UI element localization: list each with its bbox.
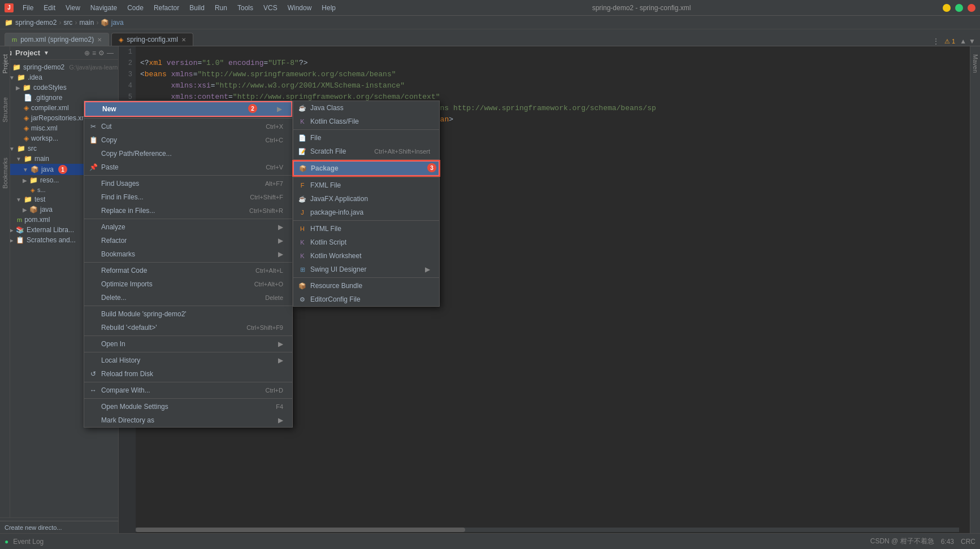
ctx-new[interactable]: New 2 ▶: [84, 101, 292, 117]
menu-edit[interactable]: Edit: [39, 3, 60, 13]
folder-src-icon: 📁: [17, 145, 25, 152]
submenu-resource-bundle[interactable]: 📦 Resource Bundle: [293, 279, 439, 293]
close-button[interactable]: [968, 4, 975, 12]
ctx-reformat-shortcut: Ctrl+Alt+L: [255, 267, 283, 274]
submenu-file[interactable]: 📄 File: [293, 131, 439, 145]
file-gitignore-icon: 📄: [24, 94, 32, 102]
tree-root[interactable]: ▼ 📁 spring-demo2 G:\java\java-learning\s…: [0, 62, 118, 72]
tab-xml[interactable]: ◈ spring-config.xml ✕: [111, 33, 193, 46]
tree-codestyles-label: codeStyles: [33, 84, 67, 91]
create-dir-label[interactable]: Create new directo...: [5, 524, 62, 531]
breadcrumb-spring-demo2[interactable]: spring-demo2: [15, 19, 57, 27]
maven-tab[interactable]: Maven: [971, 51, 980, 76]
ctx-delete[interactable]: Delete... Delete: [84, 291, 292, 304]
minimize-button[interactable]: [943, 4, 951, 12]
menu-refactor[interactable]: Refactor: [149, 3, 184, 13]
ctx-copy[interactable]: 📋 Copy Ctrl+C: [84, 133, 292, 147]
menu-tools[interactable]: Tools: [233, 3, 258, 13]
tree-codestyles[interactable]: ▶ 📁 codeStyles: [0, 82, 118, 93]
sidebar-minimize[interactable]: —: [107, 49, 114, 57]
menu-build[interactable]: Build: [185, 3, 209, 13]
menu-file[interactable]: File: [18, 3, 38, 13]
ctx-find-in-files[interactable]: Find in Files... Ctrl+Shift+F: [84, 190, 292, 204]
maximize-button[interactable]: [955, 4, 963, 12]
submenu-kotlin-worksheet[interactable]: K Kotlin Worksheet: [293, 249, 439, 263]
menu-help[interactable]: Help: [317, 3, 340, 13]
ctx-open-module-settings[interactable]: Open Module Settings F4: [84, 400, 292, 413]
ctx-analyze[interactable]: Analyze ▶: [84, 220, 292, 234]
submenu-package-info[interactable]: J package-info.java: [293, 206, 439, 219]
submenu-sep3: [293, 177, 439, 177]
ctx-copy-path[interactable]: Copy Path/Reference...: [84, 147, 292, 160]
ctx-replace-in-files[interactable]: Replace in Files... Ctrl+Shift+R: [84, 204, 292, 217]
menu-view[interactable]: View: [61, 3, 85, 13]
tab-down-arrow[interactable]: ▼: [969, 37, 975, 45]
tree-resources-label: reso...: [40, 176, 59, 184]
breadcrumb-main[interactable]: main: [79, 19, 94, 27]
ctx-open-in[interactable]: Open In ▶: [84, 337, 292, 351]
horizontal-scrollbar[interactable]: [136, 528, 959, 532]
encoding-label[interactable]: CRC: [961, 538, 975, 546]
sidebar-locate[interactable]: ⊕: [84, 49, 90, 57]
refactor-icon: [89, 236, 98, 245]
breadcrumb-java[interactable]: 📦 java: [101, 19, 123, 27]
breadcrumb-src[interactable]: src: [63, 19, 72, 27]
folder-resources-icon: 📁: [29, 176, 38, 184]
tree-misc-label: misc.xml: [31, 124, 58, 132]
ctx-mark-directory[interactable]: Mark Directory as ▶: [84, 413, 292, 427]
ctx-mark-directory-arrow: ▶: [278, 416, 283, 424]
scroll-thumb[interactable]: [136, 528, 465, 532]
ctx-find-usages[interactable]: Find Usages Alt+F7: [84, 177, 292, 190]
tab-pom-close[interactable]: ✕: [97, 37, 102, 43]
ctx-compare[interactable]: ↔ Compare With... Ctrl+D: [84, 384, 292, 397]
ctx-optimize[interactable]: Optimize Imports Ctrl+Alt+O: [84, 277, 292, 291]
tab-overflow[interactable]: ⋮: [932, 37, 940, 46]
sidebar-collapse[interactable]: ≡: [92, 49, 96, 57]
menu-code[interactable]: Code: [123, 3, 148, 13]
ctx-build-module[interactable]: Build Module 'spring-demo2': [84, 307, 292, 321]
submenu-javafx-label: JavaFX Application: [310, 195, 368, 203]
menu-vcs[interactable]: VCS: [259, 3, 282, 13]
rebuild-icon: [89, 323, 98, 332]
ctx-reformat[interactable]: Reformat Code Ctrl+Alt+L: [84, 264, 292, 277]
tab-pom[interactable]: m pom.xml (spring-demo2) ✕: [5, 33, 109, 46]
submenu-swing-ui[interactable]: ⊞ Swing UI Designer ▶: [293, 263, 439, 276]
ctx-refactor[interactable]: Refactor ▶: [84, 234, 292, 247]
tree-main-label: main: [34, 155, 49, 163]
submenu-fxml[interactable]: F FXML File: [293, 178, 439, 192]
submenu-kotlin-class[interactable]: K Kotlin Class/File: [293, 115, 439, 128]
menu-run[interactable]: Run: [210, 3, 232, 13]
ctx-paste[interactable]: 📌 Paste Ctrl+V: [84, 160, 292, 174]
line-1: 1: [119, 46, 136, 58]
tree-workspace-label: worksp...: [31, 134, 58, 142]
ctx-local-history[interactable]: Local History ▶: [84, 354, 292, 367]
ctx-rebuild[interactable]: Rebuild '<default>' Ctrl+Shift+F9: [84, 321, 292, 334]
submenu-kotlin-script[interactable]: K Kotlin Script: [293, 236, 439, 249]
structure-tab[interactable]: Structure: [1, 94, 10, 126]
submenu-javafx[interactable]: ☕ JavaFX Application: [293, 192, 439, 206]
event-log-label[interactable]: Event Log: [13, 538, 44, 546]
ctx-bookmarks[interactable]: Bookmarks ▶: [84, 247, 292, 261]
ctx-reload-label: Reload from Disk: [101, 370, 283, 378]
submenu-package-label: Package: [311, 164, 339, 172]
submenu-html[interactable]: H HTML File: [293, 222, 439, 236]
pom-icon: m: [12, 36, 17, 43]
ctx-reload[interactable]: ↺ Reload from Disk: [84, 367, 292, 381]
tab-up-arrow[interactable]: ▲: [960, 37, 966, 45]
sidebar-settings[interactable]: ⚙: [98, 49, 105, 57]
project-tab[interactable]: Project: [1, 51, 10, 77]
bookmarks-tab[interactable]: Bookmarks: [1, 154, 10, 192]
breadcrumb-project[interactable]: 📁: [5, 19, 13, 27]
submenu-sep1: [293, 129, 439, 130]
tab-xml-close[interactable]: ✕: [181, 37, 186, 43]
title-bar-left: J File Edit View Navigate Code Refactor …: [5, 3, 340, 13]
tree-idea[interactable]: ▼ 📁 .idea: [0, 72, 118, 82]
submenu-editorconfig[interactable]: ⚙ EditorConfig File: [293, 293, 439, 306]
menu-navigate[interactable]: Navigate: [86, 3, 122, 13]
menu-window[interactable]: Window: [283, 3, 316, 13]
submenu-java-class[interactable]: ☕ Java Class: [293, 101, 439, 115]
submenu-scratch-file[interactable]: 📝 Scratch File Ctrl+Alt+Shift+Insert: [293, 145, 439, 158]
submenu-package[interactable]: 📦 Package 3: [293, 161, 439, 176]
ctx-cut[interactable]: ✂ Cut Ctrl+X: [84, 120, 292, 133]
sidebar-dropdown[interactable]: ▼: [44, 50, 49, 56]
